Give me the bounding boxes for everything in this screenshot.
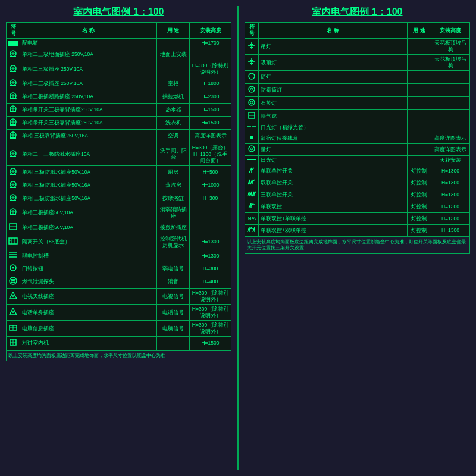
right-usage-cell: [408, 55, 431, 71]
left-usage-cell: 抽拉燃机: [157, 90, 190, 104]
left-height-cell: H=1500: [190, 104, 231, 117]
left-table-row: K单相带开关三极靠背插座250V,10A热水器H=1500: [7, 104, 231, 117]
right-height-cell: H=1300: [431, 165, 470, 177]
right-name-cell: 防霉筒灯: [259, 84, 408, 97]
right-header-3: 安装高度: [431, 23, 470, 39]
svg-rect-7: [10, 71, 16, 72]
svg-point-99: [250, 148, 253, 150]
right-header-1: 名 称: [259, 23, 408, 39]
right-height-cell: H=1300: [431, 177, 470, 189]
right-name-cell: 单联双控+单联单控: [259, 212, 408, 224]
left-symbol-cell: [7, 90, 20, 104]
left-table-row: ~单相二、三极防溅水插座10A洗手间、阳台H=300（露台）H=1100（洗手间…: [7, 143, 231, 165]
right-table-row: 双联单控开关灯控制H=1300: [245, 177, 470, 189]
right-table-row: 筒灯: [245, 71, 470, 84]
left-height-cell: H=2300: [190, 90, 231, 104]
right-table-row: 单联单控开关灯控制H=1300: [245, 165, 470, 177]
left-name-cell: 单相三极插断路插座 250V,10A: [20, 90, 157, 104]
left-name-cell: 单相二、三极防溅水插座10A: [20, 143, 157, 165]
right-usage-cell: [408, 110, 431, 123]
right-usage-cell: 灯控制: [408, 189, 431, 201]
right-table-row: 籍气虎: [245, 110, 470, 123]
right-footer: 以上安装高度均为面板底边距离完成地饰面，水平尺寸位置以能盒中心为准，灯位开关等面…: [245, 237, 470, 254]
left-name-cell: 单相二三极插座 250V,10A: [20, 61, 157, 77]
left-symbol-cell: [7, 48, 20, 61]
svg-text:K: K: [10, 119, 11, 122]
left-name-cell: 隔离开关（86底盒）: [20, 234, 157, 250]
left-height-cell: H=300（露台）H=1100（洗手间台面）: [190, 143, 231, 165]
left-name-cell: 电脑信息插座: [20, 321, 157, 337]
right-symbol-cell: [245, 84, 259, 97]
right-table-row: 单联双控+双联单控灯控制H=1300: [245, 224, 470, 236]
right-usage-cell: 灯控制: [408, 165, 431, 177]
left-symbol-cell: S: [7, 178, 20, 192]
svg-point-98: [249, 146, 255, 152]
right-table-row: 防霉筒灯: [245, 84, 470, 97]
right-name-cell: 双联单控开关: [259, 177, 408, 189]
right-height-cell: 天花板顶坡吊构: [431, 39, 470, 55]
right-name-cell: 单联双控: [259, 201, 408, 212]
svg-rect-21: [10, 111, 16, 112]
left-footer: 以上安装高度均为面板底边距离完成地饰面，水平尺寸位置以能盒中心为准: [6, 350, 231, 362]
left-symbol-cell: [7, 165, 20, 178]
left-name-cell: 单相 三极靠背插座250V,16A: [20, 130, 157, 143]
right-name-cell: 吸顶灯: [259, 55, 408, 71]
right-panel-title: 室内电气图例 1：100: [245, 6, 470, 18]
svg-rect-15: [10, 98, 16, 99]
left-height-cell: [190, 221, 231, 234]
left-height-cell: H=1000: [190, 178, 231, 192]
left-height-cell: [190, 48, 231, 61]
left-usage-cell: 厨房: [157, 165, 190, 178]
svg-point-86: [251, 61, 252, 62]
right-height-cell: H=1300: [431, 189, 470, 201]
left-height-cell: H=300（除特别说明外）: [190, 305, 231, 321]
right-height-cell: 天花安装: [431, 155, 470, 165]
right-symbol-cell: [245, 177, 259, 189]
left-height-cell: H=500: [190, 165, 231, 178]
left-name-cell: 单相 三极防溅水插座50V,10A: [20, 165, 157, 178]
svg-text:New: New: [248, 215, 256, 221]
left-table-row: 单相二三极插座 250V,10AH=300（除特别说明外）: [7, 61, 231, 77]
left-symbol-cell: [7, 321, 20, 337]
left-table-row: 单相三极插座50V,10A接敷炉插座: [7, 221, 231, 234]
right-symbol-cell: [245, 201, 259, 212]
left-name-cell: 单相带开关三极靠背插座250V,10A: [20, 117, 157, 130]
left-symbol-cell: A: [7, 130, 20, 143]
panel-divider: [237, 6, 239, 470]
left-symbol-cell: [7, 39, 20, 48]
left-usage-cell: 消弱消防插座: [157, 205, 190, 221]
left-name-cell: 电话单身插座: [20, 305, 157, 321]
right-height-cell: 天花板顶坡吊构: [431, 55, 470, 71]
left-usage-cell: 洗手间、阳台: [157, 143, 190, 165]
right-usage-cell: [408, 155, 431, 165]
left-table-row: 门铃按钮弱电信号H=300: [7, 262, 231, 275]
right-symbol-cell: [245, 133, 259, 143]
left-height-cell: H=1700: [190, 39, 231, 48]
left-table-row: 配电箱H=1700: [7, 39, 231, 48]
left-usage-cell: 弱电信号: [157, 262, 190, 275]
right-usage-cell: 灯控制: [408, 224, 431, 236]
right-symbol-cell: [245, 55, 259, 71]
svg-point-90: [249, 99, 255, 105]
left-symbol-cell: [7, 275, 20, 289]
left-name-cell: 单相三极插座50V,10A: [20, 205, 157, 221]
right-height-cell: [431, 71, 470, 84]
left-usage-cell: 控制强代机房机显示: [157, 234, 190, 250]
right-name-cell: 籍气虎: [259, 110, 408, 123]
left-table-row: 单相二三极地面插座 250V,10A地面上安装: [7, 48, 231, 61]
left-table-row: 弱电控制槽H=1300: [7, 250, 231, 262]
right-name-cell: 日光灯（精緑光管）: [259, 123, 408, 133]
right-name-cell: 筒灯: [259, 71, 408, 84]
svg-point-89: [250, 88, 253, 90]
left-symbol-cell: [7, 234, 20, 250]
left-panel: 室内电气图例 1：100 符 号 名 称 用 途 安装高度 配电箱H=1700单…: [6, 6, 231, 470]
left-header-2: 用 途: [157, 23, 190, 39]
right-table-row: 日光灯天花安装: [245, 155, 470, 165]
svg-rect-54: [10, 214, 16, 215]
right-table-row: 三联单控开关灯控制H=1300: [245, 189, 470, 201]
right-table-row: 单联双控灯控制H=1300: [245, 201, 470, 212]
left-table-row: 单相二三极插座 250V,10A室柜H=1800: [7, 77, 231, 90]
left-usage-cell: 蒸汽房: [157, 178, 190, 192]
left-height-cell: H=300（除特别说明外）: [190, 289, 231, 305]
left-height-cell: H=300: [190, 192, 231, 205]
